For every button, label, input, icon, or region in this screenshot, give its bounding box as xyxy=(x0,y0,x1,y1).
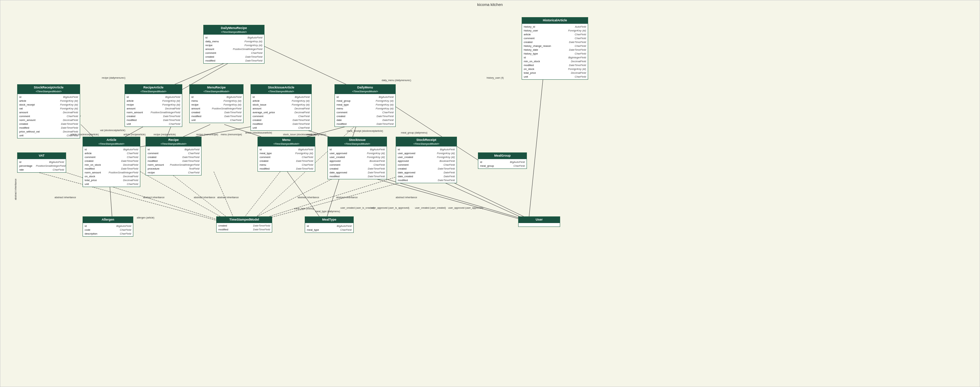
label-abstract-inheritance-stockissue2: abstract inheritance xyxy=(336,196,358,198)
model-fields-StockIssueArticle: idBigAutoField articleForeignKey (id) st… xyxy=(251,94,312,130)
label-abstract-inheritance-article: abstract inheritance xyxy=(54,196,76,198)
model-name-MealGroup: MealGroup xyxy=(480,154,525,158)
label-article-stockissuearticle: article (stockissuearticle) xyxy=(245,132,272,134)
label-article-recipearticle: article (recipearticle) xyxy=(124,133,146,136)
model-parent-StockIssueArticle: <TimeStampedModel> xyxy=(253,90,309,93)
model-RecipeArticle: RecipeArticle <TimeStampedModel> idBigAu… xyxy=(124,84,182,127)
model-MealType: MealType idBigAutoField meal_typeCharFie… xyxy=(305,216,354,233)
model-name-DailyMenuRecipe: DailyMenuRecipe xyxy=(206,26,262,30)
label-allergen-article: allergen (article) xyxy=(137,216,154,219)
svg-line-17 xyxy=(242,172,280,220)
label-user-approved-stockreceipt: user_approved (user_approved) xyxy=(448,206,483,209)
svg-line-0 xyxy=(256,42,357,89)
model-MealGroup: MealGroup idBigAutoField meal_groupCharF… xyxy=(478,152,527,169)
model-name-StockReceipt: StockReceipt xyxy=(398,138,455,142)
model-parent-MenuRecipe: <TimeStampedModel> xyxy=(192,90,241,93)
model-parent-DailyMenuRecipe: <TimeStampedModel> xyxy=(206,30,262,33)
model-name-MenuRecipe: MenuRecipe xyxy=(192,86,241,90)
label-abstract-inheritance-recipe: abstract inheritance xyxy=(143,196,164,198)
model-Menu: Menu <TimeStampedModel> idBigAutoField m… xyxy=(258,137,315,172)
model-name-StockIssue: StockIssue xyxy=(330,138,385,142)
model-name-Allergen: Allergen xyxy=(85,218,131,222)
label-recipe-dailymenurec: recipe (dailymenurec) xyxy=(102,76,125,79)
model-name-VAT: VAT xyxy=(20,154,64,158)
label-vat-stockreceiptarticle: vat (stockreceiptarticle) xyxy=(100,129,125,132)
model-StockReceipt: StockReceipt <TimeStampedModel> idBigAut… xyxy=(396,137,457,183)
label-user-created-stockissue: user_created (user_is_created) xyxy=(340,206,374,209)
model-fields-Article: idBigAutoField articleCharField commentC… xyxy=(83,146,140,187)
model-HistoricalArticle: HistoricalArticle history_idAutoField hi… xyxy=(522,17,588,80)
label-article-stockreceiptarticle: article (stockreceiptarticle) xyxy=(70,133,99,136)
label-meal-group-dailymenu: meal_group (dailymenu) xyxy=(401,132,427,134)
model-StockIssue: StockIssue <TimeStampedModel> idBigAutoF… xyxy=(328,137,387,179)
model-fields-StockReceiptArticle: idBigAutoField articleForeignKey (id) st… xyxy=(18,94,80,138)
model-fields-Recipe: idBigAutoField commentCharField createdD… xyxy=(146,146,201,175)
diagram-connections xyxy=(0,0,980,387)
model-Recipe: Recipe <TimeStampedModel> idBigAutoField… xyxy=(146,137,202,176)
model-parent-StockReceiptArticle: <TimeStampedModel> xyxy=(20,90,78,93)
model-name-Article: Article xyxy=(85,138,138,142)
model-name-TimeStampedModel: TimeStampedModel xyxy=(219,218,270,222)
model-parent-Article: <TimeStampedModel> xyxy=(85,142,138,146)
model-fields-RecipeArticle: idBigAutoField articleForeignKey (id) re… xyxy=(125,94,182,127)
model-fields-DailyMenu: idBigAutoField meal_groupForeignKey (id)… xyxy=(335,94,395,127)
model-name-User: User xyxy=(520,218,558,222)
model-User: User xyxy=(518,216,560,227)
model-name-MealType: MealType xyxy=(307,218,351,222)
model-StockIssueArticle: StockIssueArticle <TimeStampedModel> idB… xyxy=(250,84,312,131)
label-daily-menu-dailymenurec: daily_menu (dailymenurec) xyxy=(382,79,411,81)
label-abstract-inheritance-vat: abstract inheritance xyxy=(14,179,17,200)
model-MenuRecipe: MenuRecipe <TimeStampedModel> idBigAutoF… xyxy=(189,84,243,123)
model-fields-StockReceipt: idBigAutoField user_approvedForeignKey (… xyxy=(396,146,457,183)
model-name-StockReceiptArticle: StockReceiptArticle xyxy=(20,86,78,90)
model-VAT: VAT idBigAutoField percentagePositiveSma… xyxy=(17,152,66,173)
model-fields-HistoricalArticle: history_idAutoField history_userForeignK… xyxy=(522,24,588,79)
model-fields-MenuRecipe: idBigAutoField menuForeignKey (id) recip… xyxy=(189,94,243,123)
label-user-created-stockreceipt: user_created (user_created) xyxy=(415,206,446,209)
model-fields-VAT: idBigAutoField percentagePositiveSmallIn… xyxy=(18,159,66,172)
model-fields-MealType: idBigAutoField meal_typeCharField xyxy=(305,223,353,233)
label-abstract-inheritance-stockreceipt: abstract inheritance xyxy=(396,196,417,198)
label-meal-type-menu: meal_type (menu) xyxy=(294,207,314,210)
model-parent-StockReceipt: <TimeStampedModel> xyxy=(398,142,455,146)
model-parent-Menu: <TimeStampedModel> xyxy=(260,142,313,146)
model-name-StockIssueArticle: StockIssueArticle xyxy=(253,86,309,90)
model-DailyMenuRecipe: DailyMenuRecipe <TimeStampedModel> idBig… xyxy=(203,25,264,63)
label-stock-receipt-stockreceiptarticle: stock_receipt (stockreceiptarticle) xyxy=(347,130,383,132)
model-fields-DailyMenuRecipe: idBigAutoField daily_menuForeignKey (id)… xyxy=(204,35,264,63)
model-name-HistoricalArticle: HistoricalArticle xyxy=(524,19,586,23)
model-fields-StockIssue: idBigAutoField user_approvedForeignKey (… xyxy=(328,146,387,179)
label-abstract-inheritance-menu: abstract inheritance xyxy=(298,196,319,198)
label-history-user: history_user (4) xyxy=(487,76,504,79)
label-abstract-inheritance-stockissue: abstract inheritance xyxy=(217,196,239,198)
label-user-approved-stockissue: user_approved (user_is_approved) xyxy=(371,206,409,209)
model-name-RecipeArticle: RecipeArticle xyxy=(127,86,180,90)
model-parent-RecipeArticle: <TimeStampedModel> xyxy=(127,90,180,93)
model-name-Recipe: Recipe xyxy=(148,138,199,142)
model-name-DailyMenu: DailyMenu xyxy=(337,86,393,90)
model-fields-TimeStampedModel: createdDateTimeField modifiedDateTimeFie… xyxy=(216,223,272,232)
model-Article: Article <TimeStampedModel> idBigAutoFiel… xyxy=(83,137,140,187)
model-DailyMenu: DailyMenu <TimeStampedModel> idBigAutoFi… xyxy=(334,84,396,127)
label-abstract-inheritance-menurecipe: abstract inheritance xyxy=(194,196,215,198)
label-recipe-menurecipe: recipe (menurecipe) xyxy=(196,133,218,136)
model-TimeStampedModel: TimeStampedModel createdDateTimeField mo… xyxy=(216,216,272,233)
model-parent-DailyMenu: <TimeStampedModel> xyxy=(337,90,393,93)
diagram-canvas: kicoma kitchen xyxy=(0,0,980,387)
label-meal-type-dailymenu: meal_type (dailymenu) xyxy=(315,210,340,213)
model-parent-StockIssue: <TimeStampedModel> xyxy=(330,142,385,146)
model-fields-Menu: idBigAutoField meal_typeForeignKey (id) … xyxy=(258,146,315,171)
model-name-Menu: Menu xyxy=(260,138,313,142)
model-fields-User xyxy=(519,223,560,227)
model-Allergen: Allergen idBigAutoField codeCharField de… xyxy=(83,216,133,237)
label-recipe-recipearticle: recipe (recipearticle) xyxy=(154,133,176,136)
model-StockReceiptArticle: StockReceiptArticle <TimeStampedModel> i… xyxy=(17,84,80,138)
model-fields-MealGroup: idBigAutoField meal_groupCharField xyxy=(478,159,527,168)
label-menu-menurecipe: menu (menurecipe) xyxy=(221,133,242,136)
model-fields-Allergen: idBigAutoField codeCharField description… xyxy=(83,223,133,236)
page-title: kicoma kitchen xyxy=(0,0,980,9)
model-parent-Recipe: <TimeStampedModel> xyxy=(148,142,199,146)
label-menu-dailymenu: menu (dailymenu) xyxy=(307,133,326,136)
